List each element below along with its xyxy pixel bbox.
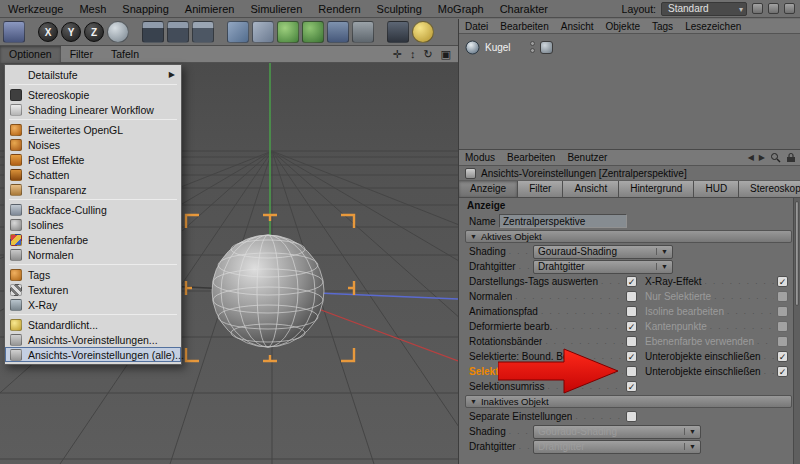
- checkbox-selektionsumriss[interactable]: [626, 381, 637, 392]
- menu-mesh[interactable]: Mesh: [71, 0, 114, 18]
- subdivision-surface-icon[interactable]: [277, 21, 299, 43]
- menu-item-opengl[interactable]: Erweitertes OpenGL: [5, 122, 181, 137]
- inactive-shading-dropdown[interactable]: Gouraud-Shading▼: [533, 425, 701, 439]
- tab-anzeige[interactable]: Anzeige: [459, 181, 518, 197]
- menu-mograph[interactable]: MoGraph: [430, 0, 492, 18]
- checkbox-darstellungs-tags[interactable]: [626, 276, 637, 287]
- group-inaktives-objekt[interactable]: ▼ Inaktives Objekt: [465, 395, 792, 408]
- checkbox-xray-effekt[interactable]: [777, 276, 788, 287]
- visibility-dots[interactable]: [530, 41, 535, 53]
- menu-sculpting[interactable]: Sculpting: [369, 0, 430, 18]
- menu-item-linear-workflow[interactable]: Shading Linearer Workflow: [5, 102, 181, 117]
- checkbox-unterobjekte-2[interactable]: [777, 366, 788, 377]
- menu-item-isolines[interactable]: Isolines: [5, 217, 181, 232]
- menu-bearbeiten[interactable]: Bearbeiten: [494, 21, 554, 32]
- render-settings-icon[interactable]: [192, 21, 214, 43]
- object-row-kugel[interactable]: Kugel: [465, 39, 794, 55]
- array-icon[interactable]: [327, 21, 349, 43]
- menu-animieren[interactable]: Animieren: [177, 0, 243, 18]
- history-forward-icon[interactable]: ▶: [759, 153, 765, 162]
- search-icon[interactable]: [770, 152, 781, 163]
- inactive-drahtgitter-dropdown[interactable]: Drahtgitter▼: [533, 440, 701, 454]
- menu-item-tags[interactable]: Tags: [5, 267, 181, 282]
- menu-tags[interactable]: Tags: [646, 21, 679, 32]
- environment-icon[interactable]: [352, 21, 374, 43]
- menu-snapping[interactable]: Snapping: [114, 0, 177, 18]
- zoom-view-icon[interactable]: ↕: [410, 48, 416, 60]
- tab-stereoskopie[interactable]: Stereoskopie: [739, 181, 800, 197]
- checkbox-unterobjekte-1[interactable]: [777, 351, 788, 362]
- deformer-icon[interactable]: [302, 21, 324, 43]
- menu-item-texturen[interactable]: Texturen: [5, 282, 181, 297]
- window-close-button[interactable]: [784, 3, 795, 14]
- coordinate-system-icon[interactable]: [107, 21, 129, 43]
- checkbox-normalen[interactable]: [626, 291, 637, 302]
- checkbox-ebenenfarbe-verwenden[interactable]: [777, 336, 788, 347]
- menu-benutzer[interactable]: Benutzer: [561, 152, 613, 163]
- checkbox-selektierte-bound-box[interactable]: [626, 351, 637, 362]
- menu-item-backface-culling[interactable]: Backface-Culling: [5, 202, 181, 217]
- menu-simulieren[interactable]: Simulieren: [242, 0, 310, 18]
- menu-item-noises[interactable]: Noises: [5, 137, 181, 152]
- menu-item-normalen[interactable]: Normalen: [5, 247, 181, 262]
- camera-icon[interactable]: [387, 21, 409, 43]
- lock-icon[interactable]: [786, 152, 796, 163]
- menu-item-xray[interactable]: X-Ray: [5, 297, 181, 312]
- add-cube-icon[interactable]: [227, 21, 249, 43]
- checkbox-nur-selektierte[interactable]: [777, 291, 788, 302]
- light-icon[interactable]: [412, 21, 434, 43]
- name-input[interactable]: [499, 214, 627, 228]
- menu-lesezeichen[interactable]: Lesezeichen: [679, 21, 747, 32]
- rotate-view-icon[interactable]: ↻: [423, 48, 432, 61]
- menu-werkzeuge[interactable]: Werkzeuge: [0, 0, 71, 18]
- scrollbar-thumb[interactable]: [795, 201, 799, 306]
- window-maximize-button[interactable]: [768, 3, 779, 14]
- lock-y-axis-button[interactable]: Y: [61, 22, 81, 42]
- history-back-icon[interactable]: ◀: [748, 153, 754, 162]
- checkbox-isoline-bearbeiten[interactable]: [777, 306, 788, 317]
- group-aktives-objekt[interactable]: ▼ Aktives Objekt: [465, 230, 792, 243]
- menu-item-stereoskopie[interactable]: Stereoskopie: [5, 87, 181, 102]
- shading-dropdown[interactable]: Gouraud-Shading▼: [533, 245, 673, 259]
- menu-item-ebenenfarbe[interactable]: Ebenenfarbe: [5, 232, 181, 247]
- render-region-icon[interactable]: [167, 21, 189, 43]
- checkbox-kantenpunkte[interactable]: [777, 321, 788, 332]
- checkbox-separate-einstellungen[interactable]: [626, 411, 637, 422]
- menu-item-transparenz[interactable]: Transparenz: [5, 182, 181, 197]
- menu-item-standardlicht[interactable]: Standardlicht...: [5, 317, 181, 332]
- checkbox-rotationsbaender[interactable]: [626, 336, 637, 347]
- tab-hintergrund[interactable]: Hintergrund: [619, 181, 694, 197]
- lock-x-axis-button[interactable]: X: [38, 22, 58, 42]
- spline-pen-icon[interactable]: [252, 21, 274, 43]
- tab-hud[interactable]: HUD: [694, 181, 739, 197]
- menu-charakter[interactable]: Charakter: [492, 0, 556, 18]
- checkbox-deformierte-bearb[interactable]: [626, 321, 637, 332]
- checkbox-animationspfad[interactable]: [626, 306, 637, 317]
- menu-datei[interactable]: Datei: [459, 21, 494, 32]
- tab-filter[interactable]: Filter: [518, 181, 563, 197]
- attribute-scrollbar[interactable]: [793, 198, 800, 464]
- menu-rendern[interactable]: Rendern: [310, 0, 368, 18]
- pan-view-icon[interactable]: ✛: [393, 48, 402, 61]
- menu-tafeln[interactable]: Tafeln: [102, 46, 148, 63]
- window-minimize-button[interactable]: [752, 3, 763, 14]
- menu-am-bearbeiten[interactable]: Bearbeiten: [501, 152, 561, 163]
- menu-modus[interactable]: Modus: [459, 152, 501, 163]
- lock-z-axis-button[interactable]: Z: [84, 22, 104, 42]
- menu-item-ansichts-voreinstellungen-alle[interactable]: Ansichts-Voreinstellungen (alle)...: [5, 347, 181, 362]
- menu-optionen[interactable]: Optionen: [0, 46, 61, 63]
- render-view-icon[interactable]: [142, 21, 164, 43]
- selection-tool-icon[interactable]: [3, 21, 25, 43]
- menu-ansicht[interactable]: Ansicht: [555, 21, 600, 32]
- menu-filter[interactable]: Filter: [61, 46, 102, 63]
- tab-ansicht[interactable]: Ansicht: [563, 181, 619, 197]
- menu-item-detailstufe[interactable]: Detailstufe▶: [5, 67, 181, 82]
- menu-item-ansichts-voreinstellungen[interactable]: Ansichts-Voreinstellungen...: [5, 332, 181, 347]
- drahtgitter-dropdown[interactable]: Drahtgitter▼: [533, 260, 673, 274]
- menu-item-schatten[interactable]: Schatten: [5, 167, 181, 182]
- checkbox-selektierte-drahtgitter[interactable]: [626, 366, 637, 377]
- layout-select[interactable]: Standard: [661, 2, 747, 16]
- toggle-view-icon[interactable]: ▣: [441, 48, 451, 61]
- phong-tag-icon[interactable]: [540, 41, 553, 54]
- menu-item-post-effekte[interactable]: Post Effekte: [5, 152, 181, 167]
